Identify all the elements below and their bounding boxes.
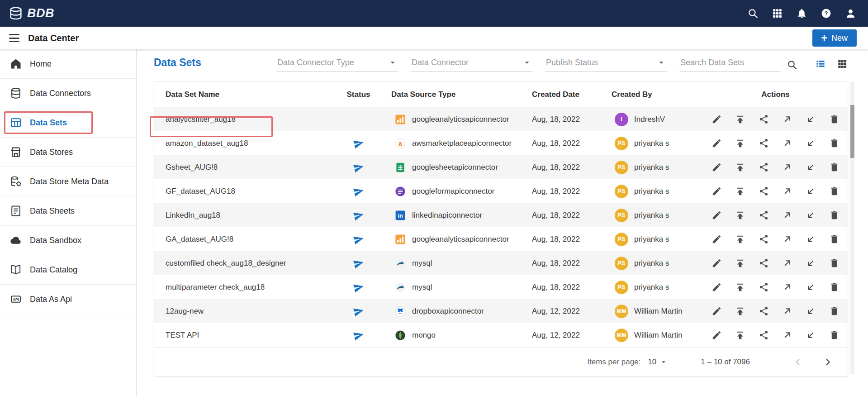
open-icon[interactable] (780, 208, 794, 222)
filter-data-connector-type[interactable]: Data Connector Type (276, 57, 398, 72)
publish-icon[interactable] (733, 280, 747, 294)
open-icon[interactable] (780, 160, 794, 174)
table-row[interactable]: LinkedIn_aug18 linkedinapiconnector Aug,… (154, 203, 848, 227)
sidebar-item-data-store-meta-data[interactable]: Data Store Meta Data (0, 167, 136, 196)
delete-icon[interactable] (827, 304, 841, 318)
delete-icon[interactable] (827, 184, 841, 198)
share-icon[interactable] (757, 280, 771, 294)
publish-icon[interactable] (733, 112, 747, 126)
delete-icon[interactable] (827, 232, 841, 246)
edit-icon[interactable] (710, 160, 724, 174)
pull-icon[interactable] (804, 184, 818, 198)
open-icon[interactable] (780, 136, 794, 150)
delete-icon[interactable] (827, 208, 841, 222)
edit-icon[interactable] (710, 280, 724, 294)
table-row[interactable]: 12aug-new dropboxapiconnector Aug, 12, 2… (154, 299, 848, 323)
help-icon[interactable] (821, 8, 832, 19)
pull-icon[interactable] (804, 160, 818, 174)
publish-icon[interactable] (733, 256, 747, 270)
pull-icon[interactable] (804, 232, 818, 246)
pull-icon[interactable] (804, 304, 818, 318)
delete-icon[interactable] (827, 256, 841, 270)
share-icon[interactable] (757, 112, 771, 126)
open-icon[interactable] (780, 232, 794, 246)
filter-publish-status[interactable]: Publish Status (545, 57, 667, 72)
delete-icon[interactable] (827, 112, 841, 126)
edit-icon[interactable] (710, 112, 724, 126)
new-button[interactable]: + New (812, 29, 857, 47)
pull-icon[interactable] (804, 328, 818, 342)
publish-icon[interactable] (733, 328, 747, 342)
table-row[interactable]: Gsheet_AUG!8 googlesheetapiconnector Aug… (154, 155, 848, 179)
sidebar-item-home[interactable]: Home (0, 49, 136, 79)
publish-icon[interactable] (733, 184, 747, 198)
delete-icon[interactable] (827, 280, 841, 294)
edit-icon[interactable] (710, 256, 724, 270)
table-row[interactable]: TEST API mongo Aug, 12, 2022 WM William … (154, 323, 848, 347)
sidebar-item-data-as-api[interactable]: Data As Api (0, 285, 136, 314)
edit-icon[interactable] (710, 208, 724, 222)
share-icon[interactable] (757, 304, 771, 318)
sidebar-item-data-sets[interactable]: Data Sets (0, 108, 136, 138)
table-row[interactable]: amazon_dataset_aug18 awsmarketplaceapico… (154, 131, 848, 155)
scrollbar-thumb[interactable] (850, 105, 854, 158)
publish-icon[interactable] (733, 136, 747, 150)
next-page-button[interactable] (820, 354, 836, 370)
sidebar-item-data-catalog[interactable]: Data Catalog (0, 255, 136, 285)
share-icon[interactable] (757, 136, 771, 150)
pull-icon[interactable] (804, 136, 818, 150)
delete-icon[interactable] (827, 328, 841, 342)
pull-icon[interactable] (804, 280, 818, 294)
sidebar-item-data-sheets[interactable]: Data Sheets (0, 196, 136, 226)
edit-icon[interactable] (710, 328, 724, 342)
table-row[interactable]: customfiled check_aug18_designer mysql A… (154, 251, 848, 275)
account-icon[interactable] (845, 8, 856, 19)
menu-hamburger-icon[interactable] (7, 32, 21, 44)
share-icon[interactable] (757, 328, 771, 342)
publish-icon[interactable] (733, 232, 747, 246)
open-icon[interactable] (780, 184, 794, 198)
delete-icon[interactable] (827, 136, 841, 150)
pull-icon[interactable] (804, 112, 818, 126)
grid-view-icon[interactable] (836, 58, 848, 70)
share-icon[interactable] (757, 184, 771, 198)
search-icon[interactable] (747, 8, 759, 19)
notifications-bell-icon[interactable] (796, 8, 807, 19)
apps-grid-icon[interactable] (772, 8, 783, 19)
share-icon[interactable] (757, 256, 771, 270)
publish-icon[interactable] (733, 304, 747, 318)
share-icon[interactable] (757, 232, 771, 246)
edit-icon[interactable] (710, 304, 724, 318)
source-type-name: awsmarketplaceapiconnector (412, 139, 512, 148)
open-icon[interactable] (780, 112, 794, 126)
table-row[interactable]: GF_dataset_AUG18 googleformapiconnector … (154, 179, 848, 203)
pull-icon[interactable] (804, 208, 818, 222)
share-icon[interactable] (757, 208, 771, 222)
search-datasets-input[interactable] (679, 58, 781, 72)
publish-icon[interactable] (733, 208, 747, 222)
table-row[interactable]: analyticsfilter_aug18 googleanalyticsapi… (154, 107, 848, 131)
open-icon[interactable] (780, 328, 794, 342)
sidebar-item-data-connectors[interactable]: Data Connectors (0, 79, 136, 108)
table-row[interactable]: multiparameter check_aug18 mysql Aug, 18… (154, 275, 848, 299)
table-row[interactable]: GA_dataset_AUG!8 googleanalyticsapiconne… (154, 227, 848, 251)
sidebar-item-data-stores[interactable]: Data Stores (0, 138, 136, 167)
edit-icon[interactable] (710, 184, 724, 198)
open-icon[interactable] (780, 256, 794, 270)
edit-icon[interactable] (710, 136, 724, 150)
open-icon[interactable] (780, 280, 794, 294)
previous-page-button[interactable] (790, 354, 806, 370)
search-submit-icon[interactable] (787, 59, 797, 72)
sidebar-item-data-sandbox[interactable]: Data Sandbox (0, 226, 136, 255)
publish-icon[interactable] (733, 160, 747, 174)
edit-icon[interactable] (710, 232, 724, 246)
bdb-logo[interactable]: BDB (8, 6, 54, 21)
vertical-scrollbar[interactable] (850, 82, 854, 374)
items-per-page-select[interactable]: 10 (648, 358, 668, 367)
share-icon[interactable] (757, 160, 771, 174)
pull-icon[interactable] (804, 256, 818, 270)
list-view-icon[interactable] (815, 58, 826, 70)
open-icon[interactable] (780, 304, 794, 318)
delete-icon[interactable] (827, 160, 841, 174)
filter-data-connector[interactable]: Data Connector (411, 57, 533, 72)
